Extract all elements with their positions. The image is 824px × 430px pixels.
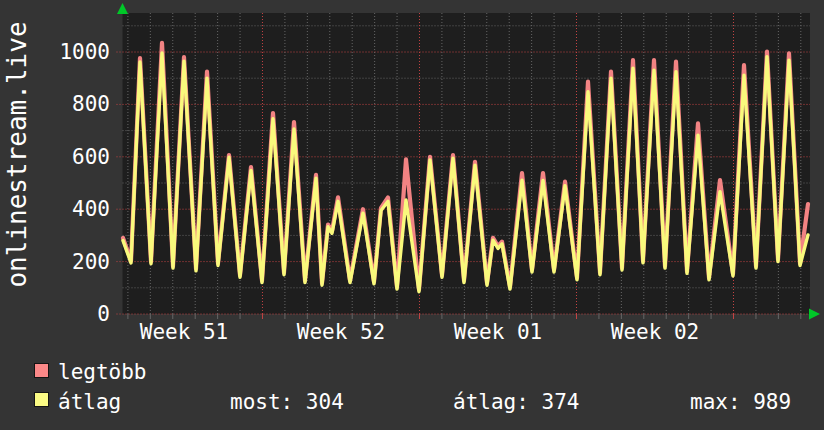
x-axis-arrow-icon xyxy=(809,309,820,320)
legend-swatch-legtobb xyxy=(34,363,49,378)
legend-swatch-atlag xyxy=(34,392,49,407)
y-axis-tick-label: 800 xyxy=(38,92,110,116)
x-axis-week-label: Week 51 xyxy=(140,320,229,344)
y-axis-tick-label: 600 xyxy=(38,145,110,169)
legend-label-legtobb: legtöbb xyxy=(58,360,147,384)
y-axis-tick-label: 1000 xyxy=(38,40,110,64)
legend-label-atlag: átlag xyxy=(58,390,121,414)
x-axis-week-label: Week 02 xyxy=(611,320,700,344)
x-axis-week-label: Week 01 xyxy=(454,320,543,344)
y-axis-tick-label: 200 xyxy=(38,250,110,274)
stat-max: max: 989 xyxy=(690,390,791,414)
y-axis-arrow-icon xyxy=(117,3,128,14)
y-axis-tick-label: 0 xyxy=(38,302,110,326)
x-axis-week-label: Week 52 xyxy=(297,320,386,344)
y-axis-tick-label: 400 xyxy=(38,197,110,221)
stat-atlag: átlag: 374 xyxy=(453,390,579,414)
rrdtool-graph: { "vertical_label": "onlinestream.live",… xyxy=(0,0,824,430)
stat-most: most: 304 xyxy=(230,390,344,414)
